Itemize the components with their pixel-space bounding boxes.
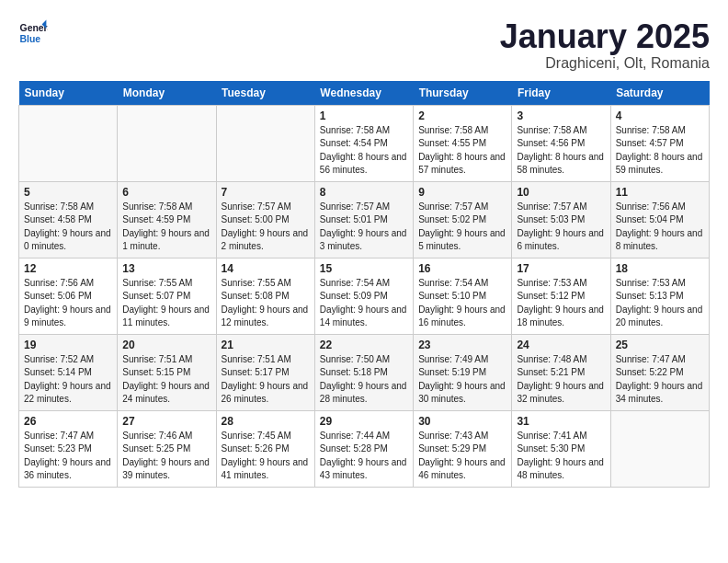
calendar-cell: 31Sunrise: 7:41 AM Sunset: 5:30 PM Dayli…: [512, 410, 610, 487]
day-number: 15: [320, 262, 408, 275]
calendar-cell: 10Sunrise: 7:57 AM Sunset: 5:03 PM Dayli…: [512, 181, 610, 258]
calendar-cell: [118, 105, 216, 181]
calendar-cell: 3Sunrise: 7:58 AM Sunset: 4:56 PM Daylig…: [512, 105, 610, 181]
calendar-cell: 21Sunrise: 7:51 AM Sunset: 5:17 PM Dayli…: [216, 334, 314, 410]
calendar-day-header: Saturday: [610, 81, 709, 106]
cell-info: Sunrise: 7:57 AM Sunset: 5:02 PM Dayligh…: [418, 201, 506, 254]
calendar-cell: 12Sunrise: 7:56 AM Sunset: 5:06 PM Dayli…: [19, 258, 118, 334]
logo: General Blue: [18, 18, 48, 48]
calendar-week-row: 12Sunrise: 7:56 AM Sunset: 5:06 PM Dayli…: [19, 258, 710, 334]
cell-info: Sunrise: 7:57 AM Sunset: 5:01 PM Dayligh…: [320, 201, 408, 254]
calendar-day-header: Wednesday: [314, 81, 413, 106]
calendar-cell: 20Sunrise: 7:51 AM Sunset: 5:15 PM Dayli…: [118, 334, 216, 410]
calendar-cell: 9Sunrise: 7:57 AM Sunset: 5:02 PM Daylig…: [414, 181, 512, 258]
day-number: 6: [122, 186, 210, 199]
cell-info: Sunrise: 7:52 AM Sunset: 5:14 PM Dayligh…: [24, 353, 112, 407]
day-number: 4: [616, 109, 704, 122]
logo-icon: General Blue: [18, 18, 48, 48]
day-number: 10: [517, 186, 605, 199]
cell-info: Sunrise: 7:48 AM Sunset: 5:21 PM Dayligh…: [517, 353, 605, 407]
cell-info: Sunrise: 7:50 AM Sunset: 5:18 PM Dayligh…: [320, 353, 408, 407]
day-number: 3: [517, 109, 605, 122]
calendar-cell: 23Sunrise: 7:49 AM Sunset: 5:19 PM Dayli…: [414, 334, 512, 410]
calendar-week-row: 26Sunrise: 7:47 AM Sunset: 5:23 PM Dayli…: [19, 410, 710, 487]
day-number: 13: [122, 262, 210, 275]
cell-info: Sunrise: 7:53 AM Sunset: 5:13 PM Dayligh…: [616, 277, 704, 330]
cell-info: Sunrise: 7:53 AM Sunset: 5:12 PM Dayligh…: [517, 277, 605, 330]
calendar-day-header: Tuesday: [216, 81, 314, 106]
day-number: 31: [517, 415, 605, 428]
cell-info: Sunrise: 7:54 AM Sunset: 5:09 PM Dayligh…: [320, 277, 408, 330]
cell-info: Sunrise: 7:58 AM Sunset: 4:54 PM Dayligh…: [320, 124, 408, 178]
calendar-week-row: 1Sunrise: 7:58 AM Sunset: 4:54 PM Daylig…: [19, 105, 710, 181]
cell-info: Sunrise: 7:55 AM Sunset: 5:08 PM Dayligh…: [222, 277, 310, 330]
cell-info: Sunrise: 7:56 AM Sunset: 5:06 PM Dayligh…: [24, 277, 112, 330]
calendar-cell: 28Sunrise: 7:45 AM Sunset: 5:26 PM Dayli…: [216, 410, 314, 487]
calendar-cell: 15Sunrise: 7:54 AM Sunset: 5:09 PM Dayli…: [314, 258, 413, 334]
calendar-cell: 5Sunrise: 7:58 AM Sunset: 4:58 PM Daylig…: [19, 181, 118, 258]
calendar-cell: 29Sunrise: 7:44 AM Sunset: 5:28 PM Dayli…: [314, 410, 413, 487]
month-title: January 2025: [500, 18, 710, 55]
calendar-cell: 7Sunrise: 7:57 AM Sunset: 5:00 PM Daylig…: [216, 181, 314, 258]
calendar-header-row: SundayMondayTuesdayWednesdayThursdayFrid…: [19, 81, 710, 106]
calendar-cell: 26Sunrise: 7:47 AM Sunset: 5:23 PM Dayli…: [19, 410, 118, 487]
calendar-day-header: Monday: [118, 81, 216, 106]
cell-info: Sunrise: 7:44 AM Sunset: 5:28 PM Dayligh…: [320, 430, 408, 483]
cell-info: Sunrise: 7:46 AM Sunset: 5:25 PM Dayligh…: [122, 430, 210, 483]
day-number: 2: [418, 109, 506, 122]
day-number: 8: [320, 186, 408, 199]
day-number: 26: [24, 415, 112, 428]
day-number: 19: [24, 339, 112, 351]
cell-info: Sunrise: 7:51 AM Sunset: 5:17 PM Dayligh…: [222, 353, 310, 407]
calendar-cell: 18Sunrise: 7:53 AM Sunset: 5:13 PM Dayli…: [610, 258, 709, 334]
location: Draghiceni, Olt, Romania: [500, 55, 710, 72]
cell-info: Sunrise: 7:54 AM Sunset: 5:10 PM Dayligh…: [418, 277, 506, 330]
calendar-cell: 2Sunrise: 7:58 AM Sunset: 4:55 PM Daylig…: [414, 105, 512, 181]
calendar-cell: 17Sunrise: 7:53 AM Sunset: 5:12 PM Dayli…: [512, 258, 610, 334]
cell-info: Sunrise: 7:58 AM Sunset: 4:57 PM Dayligh…: [616, 124, 704, 178]
calendar-cell: 24Sunrise: 7:48 AM Sunset: 5:21 PM Dayli…: [512, 334, 610, 410]
cell-info: Sunrise: 7:47 AM Sunset: 5:23 PM Dayligh…: [24, 430, 112, 483]
day-number: 21: [222, 339, 310, 351]
day-number: 12: [24, 262, 112, 275]
cell-info: Sunrise: 7:56 AM Sunset: 5:04 PM Dayligh…: [616, 201, 704, 254]
calendar-week-row: 19Sunrise: 7:52 AM Sunset: 5:14 PM Dayli…: [19, 334, 710, 410]
calendar-cell: 13Sunrise: 7:55 AM Sunset: 5:07 PM Dayli…: [118, 258, 216, 334]
cell-info: Sunrise: 7:55 AM Sunset: 5:07 PM Dayligh…: [122, 277, 210, 330]
calendar-cell: [19, 105, 118, 181]
calendar-cell: 1Sunrise: 7:58 AM Sunset: 4:54 PM Daylig…: [314, 105, 413, 181]
day-number: 7: [222, 186, 310, 199]
calendar-day-header: Thursday: [414, 81, 512, 106]
calendar-table: SundayMondayTuesdayWednesdayThursdayFrid…: [18, 81, 710, 488]
day-number: 20: [122, 339, 210, 351]
day-number: 23: [418, 339, 506, 351]
calendar-day-header: Sunday: [19, 81, 118, 106]
calendar-cell: [610, 410, 709, 487]
day-number: 28: [222, 415, 310, 428]
svg-text:Blue: Blue: [20, 34, 41, 44]
day-number: 25: [616, 339, 704, 351]
cell-info: Sunrise: 7:47 AM Sunset: 5:22 PM Dayligh…: [616, 353, 704, 407]
cell-info: Sunrise: 7:45 AM Sunset: 5:26 PM Dayligh…: [222, 430, 310, 483]
calendar-cell: 8Sunrise: 7:57 AM Sunset: 5:01 PM Daylig…: [314, 181, 413, 258]
cell-info: Sunrise: 7:51 AM Sunset: 5:15 PM Dayligh…: [122, 353, 210, 407]
day-number: 11: [616, 186, 704, 199]
calendar-cell: [216, 105, 314, 181]
calendar-cell: 27Sunrise: 7:46 AM Sunset: 5:25 PM Dayli…: [118, 410, 216, 487]
calendar-cell: 25Sunrise: 7:47 AM Sunset: 5:22 PM Dayli…: [610, 334, 709, 410]
cell-info: Sunrise: 7:58 AM Sunset: 4:59 PM Dayligh…: [122, 201, 210, 254]
day-number: 1: [320, 109, 408, 122]
cell-info: Sunrise: 7:58 AM Sunset: 4:56 PM Dayligh…: [517, 124, 605, 178]
day-number: 29: [320, 415, 408, 428]
cell-info: Sunrise: 7:57 AM Sunset: 5:00 PM Dayligh…: [222, 201, 310, 254]
cell-info: Sunrise: 7:41 AM Sunset: 5:30 PM Dayligh…: [517, 430, 605, 483]
title-block: January 2025 Draghiceni, Olt, Romania: [500, 18, 710, 72]
calendar-cell: 19Sunrise: 7:52 AM Sunset: 5:14 PM Dayli…: [19, 334, 118, 410]
calendar-cell: 6Sunrise: 7:58 AM Sunset: 4:59 PM Daylig…: [118, 181, 216, 258]
cell-info: Sunrise: 7:57 AM Sunset: 5:03 PM Dayligh…: [517, 201, 605, 254]
day-number: 24: [517, 339, 605, 351]
day-number: 30: [418, 415, 506, 428]
calendar-cell: 22Sunrise: 7:50 AM Sunset: 5:18 PM Dayli…: [314, 334, 413, 410]
cell-info: Sunrise: 7:58 AM Sunset: 4:55 PM Dayligh…: [418, 124, 506, 178]
cell-info: Sunrise: 7:43 AM Sunset: 5:29 PM Dayligh…: [418, 430, 506, 483]
